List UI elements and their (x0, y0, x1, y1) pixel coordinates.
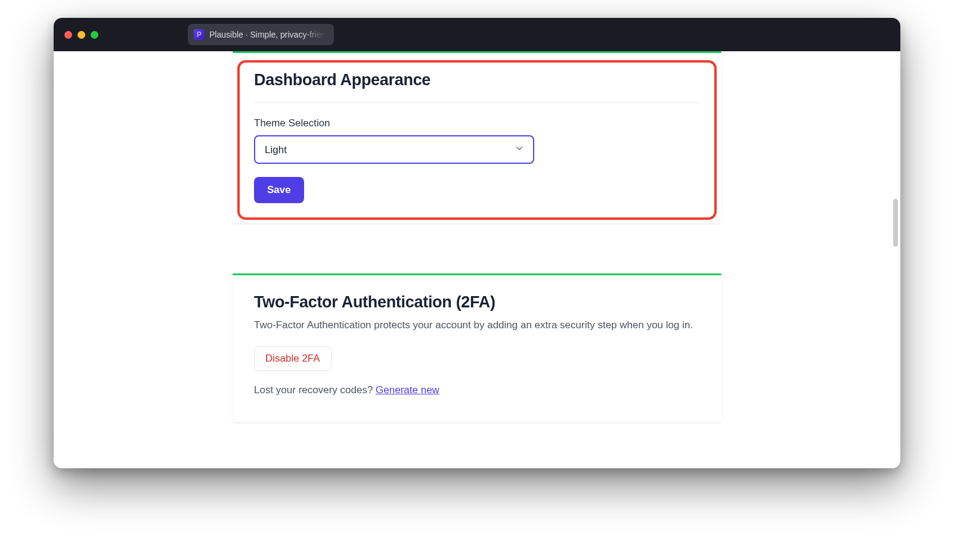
save-button[interactable]: Save (254, 177, 304, 203)
maximize-window-button[interactable] (91, 31, 98, 39)
theme-select-wrap: Light (254, 135, 534, 164)
appearance-heading: Dashboard Appearance (254, 71, 700, 89)
plausible-favicon-icon: P (194, 29, 205, 40)
page-content: Dashboard Appearance Theme Selection Lig… (54, 51, 900, 468)
generate-new-link[interactable]: Generate new (376, 384, 439, 396)
lost-codes-line: Lost your recovery codes? Generate new (254, 384, 700, 396)
disable-2fa-button[interactable]: Disable 2FA (254, 346, 332, 371)
divider (254, 102, 700, 103)
close-window-button[interactable] (64, 31, 72, 39)
lost-codes-text: Lost your recovery codes? (254, 384, 376, 396)
browser-tab[interactable]: P Plausible · Simple, privacy-frien (188, 24, 334, 45)
favicon-letter: P (197, 30, 202, 39)
theme-selection-label: Theme Selection (254, 117, 700, 129)
traffic-lights (64, 31, 98, 39)
tab-title: Plausible · Simple, privacy-frien (209, 30, 326, 39)
theme-select[interactable]: Light (254, 135, 534, 164)
minimize-window-button[interactable] (78, 31, 85, 39)
two-factor-auth-card: Two-Factor Authentication (2FA) Two-Fact… (233, 273, 721, 422)
twofa-description: Two-Factor Authentication protects your … (254, 318, 700, 333)
settings-cards: Dashboard Appearance Theme Selection Lig… (233, 51, 721, 422)
browser-window: P Plausible · Simple, privacy-frien Dash… (54, 18, 900, 468)
window-titlebar: P Plausible · Simple, privacy-frien (54, 18, 900, 51)
tab-title-wrap: Plausible · Simple, privacy-frien (209, 30, 326, 39)
dashboard-appearance-card: Dashboard Appearance Theme Selection Lig… (233, 51, 721, 223)
scrollbar-thumb[interactable] (893, 199, 898, 247)
twofa-heading: Two-Factor Authentication (2FA) (254, 293, 700, 312)
